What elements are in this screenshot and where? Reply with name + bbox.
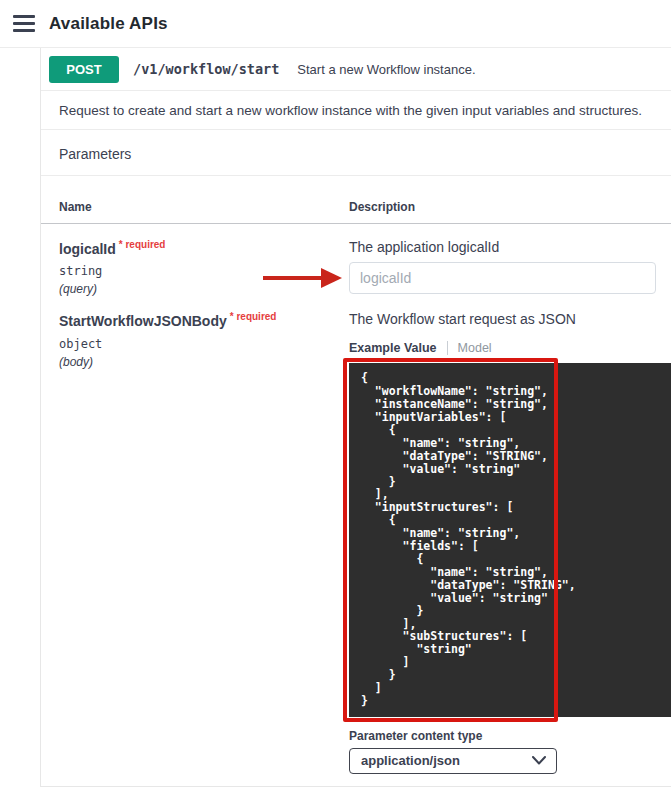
operation-path: /v1/workflow/start	[133, 61, 279, 77]
parameters-table-header: Name Description	[41, 176, 671, 224]
example-model-tabs: Example Value Model	[349, 341, 671, 355]
table-row-logicalid: logicalId* required string (query) The a…	[41, 224, 671, 296]
param-type: string	[59, 264, 349, 278]
param-name: StartWorkflowJSONBody	[59, 314, 227, 330]
content-type-label: Parameter content type	[349, 729, 671, 743]
operation-summary: Start a new Workflow instance.	[297, 62, 475, 77]
param-description-cell: The Workflow start request as JSON Examp…	[349, 311, 671, 774]
param-name-cell: StartWorkflowJSONBody* required object (…	[41, 311, 349, 774]
operation-summary-row[interactable]: POST /v1/workflow/start Start a new Work…	[41, 48, 671, 91]
param-description-cell: The application logicalId	[349, 239, 671, 296]
parameters-table: Name Description logicalId* required str…	[41, 176, 671, 786]
required-badge: * required	[119, 239, 166, 250]
param-input-wrapper	[349, 262, 656, 294]
column-header-name: Name	[41, 200, 349, 214]
tab-model[interactable]: Model	[447, 341, 492, 355]
content-type-value: application/json	[361, 753, 460, 768]
param-name: logicalId	[59, 241, 116, 257]
http-method-badge: POST	[49, 56, 119, 83]
column-header-description: Description	[349, 200, 671, 214]
example-code-wrapper: { "workflowName": "string", "instanceNam…	[349, 363, 671, 717]
table-row-body: StartWorkflowJSONBody* required object (…	[41, 296, 671, 774]
operation-description: Request to create and start a new workfl…	[41, 91, 671, 130]
menu-icon[interactable]	[13, 15, 35, 32]
swagger-page: Available APIs POST /v1/workflow/start S…	[0, 0, 671, 793]
operation-panel: POST /v1/workflow/start Start a new Work…	[40, 48, 671, 787]
param-location: (body)	[59, 355, 349, 369]
param-name-cell: logicalId* required string (query)	[41, 239, 349, 296]
chevron-down-icon	[532, 756, 546, 765]
parameters-section-title: Parameters	[41, 130, 671, 176]
required-badge: * required	[230, 311, 277, 322]
logicalid-input[interactable]	[349, 262, 656, 294]
page-title: Available APIs	[49, 14, 168, 34]
example-json-code: { "workflowName": "string", "instanceNam…	[349, 363, 671, 717]
content-type-select[interactable]: application/json	[349, 748, 557, 774]
param-description: The application logicalId	[349, 239, 671, 255]
tab-example-value[interactable]: Example Value	[349, 341, 437, 355]
param-location: (query)	[59, 282, 349, 296]
param-description: The Workflow start request as JSON	[349, 311, 671, 327]
param-type: object	[59, 337, 349, 351]
top-bar: Available APIs	[0, 0, 671, 48]
